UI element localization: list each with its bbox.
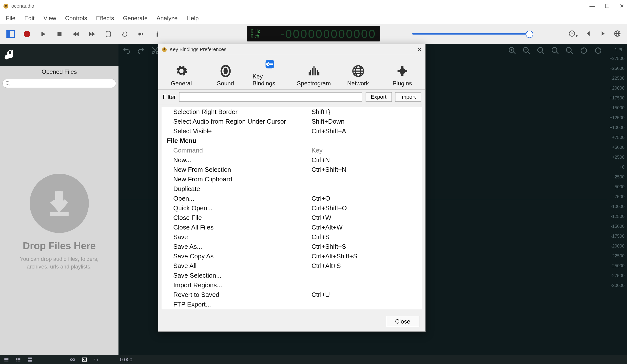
rewind-button[interactable] [71,29,80,39]
view-grid-icon[interactable] [27,357,33,363]
menu-effects[interactable]: Effects [96,15,114,22]
loop-selection-button[interactable] [120,29,129,39]
command-label: Duplicate [173,185,312,193]
globe-button[interactable] [614,30,621,38]
zoom-fit-icon[interactable] [537,46,545,56]
keybinding-row[interactable]: Selection Right BorderShift+} [162,107,422,117]
download-arrow-icon [30,174,89,233]
keybinding-row[interactable]: FTP Export... [162,300,422,309]
drop-heading: Drop Files Here [23,240,96,252]
zoom-vertical-icon[interactable] [565,46,574,56]
tab-plugins[interactable]: Plugins [385,64,419,87]
svg-rect-22 [17,358,20,359]
tab-general[interactable]: General [164,64,199,87]
keybinding-row[interactable]: Save AllCtrl+Alt+S [162,261,422,271]
ruler-tick: +5000 [608,142,627,152]
titlebar: ocenaudio — ☐ ✕ [0,0,627,12]
menu-help[interactable]: Help [186,15,199,22]
menu-view[interactable]: View [44,15,56,22]
svg-rect-32 [73,359,75,360]
keybinding-row[interactable]: Revert to SavedCtrl+U [162,290,422,300]
keybinding-row[interactable]: Duplicate [162,184,422,194]
keybinding-row[interactable]: New...Ctrl+N [162,155,422,165]
minimize-button[interactable]: — [589,3,595,9]
keybinding-row[interactable]: Close All FilesCtrl+Alt+W [162,223,422,232]
ruler-tick: -2500 [608,172,627,182]
import-button[interactable]: Import [395,92,421,102]
keybinding-row[interactable]: Open...Ctrl+O [162,194,422,203]
modal-tabs: General Sound Key Bindings Spectrogram N… [158,55,425,90]
section-header: File Menu [162,136,422,146]
filter-input[interactable] [179,92,362,102]
keybinding-row[interactable]: SaveCtrl+S [162,232,422,242]
volume-slider[interactable] [412,33,531,35]
keybinding-row[interactable]: Select VisibleCtrl+Shift+A [162,126,422,136]
filter-label: Filter [163,94,176,101]
keybinding-row[interactable]: Import Regions... [162,280,422,290]
tab-key-bindings[interactable]: Key Bindings [253,57,287,87]
ruler-tick: +20000 [608,83,627,93]
command-label: Close File [173,214,312,222]
history-button[interactable]: ▾ [568,30,578,38]
redo-icon[interactable] [137,46,145,56]
keybinding-row[interactable]: New From SelectionCtrl+Shift+N [162,165,422,174]
view-list-icon[interactable] [3,357,9,363]
menu-generate[interactable]: Generate [123,15,148,22]
ruler-tick: -27500 [608,271,627,281]
nav-back-button[interactable] [585,30,592,38]
keybinding-row[interactable]: New From Clipboard [162,174,422,184]
svg-rect-26 [17,361,20,362]
search-input[interactable] [2,79,116,88]
tab-network[interactable]: Network [341,64,375,87]
toggle-sidebar-button[interactable] [6,29,15,39]
sort-icon[interactable] [93,357,99,363]
stop-button[interactable] [55,29,64,39]
lcd-hz: 0 Hz [251,29,260,34]
zoom-in-icon[interactable] [508,46,517,56]
play-to-cursor-button[interactable] [136,29,146,39]
menu-analyze[interactable]: Analyze [157,15,177,22]
command-label: Selection Right Border [173,108,312,116]
menu-controls[interactable]: Controls [65,15,87,22]
ruler-tick: +15000 [608,103,627,113]
key-label: Ctrl+Alt+W [312,224,343,231]
link-icon[interactable] [70,357,76,363]
tab-sound[interactable]: Sound [208,64,243,87]
command-label: Open... [173,195,312,202]
image-icon[interactable] [81,357,87,363]
modal-close-button[interactable]: ✕ [417,46,422,53]
forward-button[interactable] [87,29,97,39]
tool-2-icon[interactable] [594,46,602,56]
ruler-tick: +22500 [608,73,627,83]
export-button[interactable]: Export [366,92,392,102]
keybinding-row[interactable]: Quick Open...Ctrl+Shift+O [162,203,422,213]
nav-forward-button[interactable] [599,30,606,38]
key-label: Ctrl+Shift+A [312,127,346,135]
close-button[interactable]: Close [386,316,419,327]
keybinding-row[interactable]: Save Selection... [162,271,422,280]
keybinding-row[interactable]: Close FileCtrl+W [162,213,422,223]
view-details-icon[interactable] [15,357,21,363]
sidebar: Opened Files Drop Files Here You can dro… [0,44,118,355]
undo-icon[interactable] [122,46,131,56]
status-time: 0.000 [120,357,132,363]
zoom-out-icon[interactable] [522,46,531,56]
svg-point-13 [538,47,543,52]
record-button[interactable] [22,29,32,39]
command-label: Import Regions... [173,281,312,289]
tab-spectrogram[interactable]: Spectrogram [297,64,331,87]
keybinding-row[interactable]: Save Copy As...Ctrl+Alt+Shift+S [162,252,422,261]
play-button[interactable] [39,29,48,39]
keybinding-row[interactable]: Select Audio from Region Under CursorShi… [162,117,422,126]
keybinding-row[interactable]: Save As...Ctrl+Shift+S [162,242,422,252]
maximize-button[interactable]: ☐ [605,3,610,9]
menu-edit[interactable]: Edit [24,15,35,22]
loop-button[interactable] [104,29,113,39]
menu-file[interactable]: File [6,15,16,22]
info-button[interactable] [153,29,162,39]
drop-zone[interactable]: Drop Files Here You can drop audio files… [0,89,118,355]
tool-1-icon[interactable] [580,46,588,56]
zoom-selection-icon[interactable] [551,46,559,56]
keybindings-list[interactable]: Selection Right BorderShift+}Select Audi… [162,107,422,309]
close-window-button[interactable]: ✕ [620,3,624,9]
